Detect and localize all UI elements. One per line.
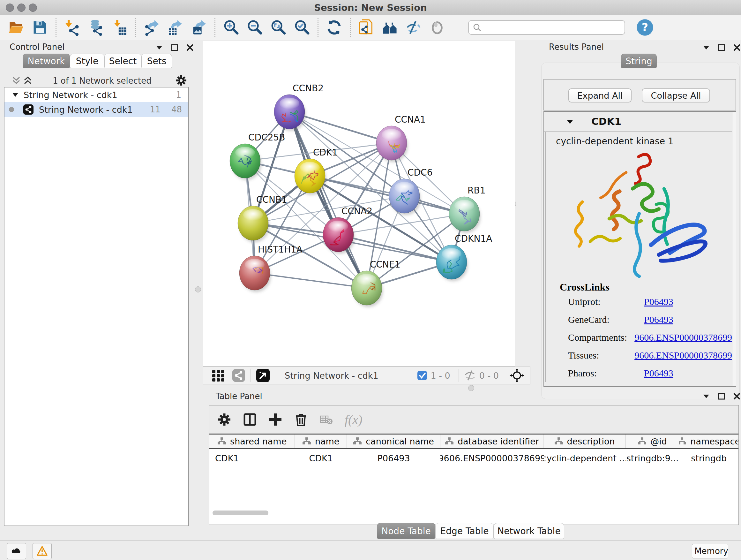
table-cell[interactable]: CDK1 [209,451,295,465]
network-row[interactable]: String Network - cdk1 11 48 [4,102,188,117]
zoom-in-button[interactable] [219,17,243,38]
network-view-share-icon[interactable] [232,369,246,382]
warnings-button[interactable] [32,543,52,559]
table-gear-icon[interactable] [217,412,232,427]
selected-checkbox-icon[interactable] [417,370,427,381]
network-node-CCNA2[interactable] [323,217,354,254]
show-all-views-button[interactable] [378,17,402,38]
crosslink-link[interactable]: 9606.ENSP00000378699 [634,350,732,361]
panel-menu-icon[interactable] [702,392,711,400]
tab-edge-table[interactable]: Edge Table [435,523,494,539]
zoom-out-button[interactable] [243,17,266,38]
toggle-graphics-details-button[interactable] [402,17,425,38]
column-header[interactable]: database identifier [441,435,543,448]
delete-table-icon[interactable] [319,412,334,427]
add-column-icon[interactable] [268,412,283,427]
network-node-CCNE1[interactable] [351,271,383,307]
open-view-icon[interactable] [256,368,270,382]
table-cell[interactable]: stringdb [679,451,738,465]
select-columns-icon[interactable] [243,412,257,427]
tab-style[interactable]: Style [70,54,105,68]
birdseye-crosshair-icon[interactable] [510,368,524,383]
tab-sets[interactable]: Sets [141,54,172,68]
function-builder-icon[interactable]: f(x) [345,412,362,427]
import-network-from-database-button[interactable] [84,17,108,38]
export-image-button[interactable] [187,17,211,38]
highlight-button[interactable] [425,17,449,38]
network-node-CDKN1A[interactable] [436,245,468,281]
left-splitter-handle[interactable] [195,287,201,293]
network-canvas[interactable]: CCNB2CCNA1CDC25BCDK1CDC6RB1CCNB1CCNA2CDK… [203,41,515,367]
table-cell[interactable]: stringdb:9... [626,451,679,465]
column-header[interactable]: name [295,435,347,448]
apply-layout-button[interactable] [322,17,346,38]
collapse-all-button[interactable]: Collapse All [642,88,710,103]
table-cell[interactable]: 9606.ENSP00000378699 [441,451,543,465]
crosslink-link[interactable]: P06493 [644,314,673,325]
close-panel-icon[interactable] [733,44,741,52]
network-node-RB1[interactable] [449,197,481,233]
network-collection-row[interactable]: String Network - cdk1 1 [4,87,188,102]
float-panel-icon[interactable] [718,44,726,52]
table-cell[interactable]: cyclin-dependent ... [544,451,626,465]
close-panel-icon[interactable] [186,44,194,52]
delete-column-icon[interactable] [293,412,308,427]
tab-network[interactable]: Network [23,54,70,68]
export-network-button[interactable] [140,17,163,38]
results-scrollbar[interactable] [732,112,736,386]
tree-expander-icon[interactable] [11,91,19,99]
zoom-fit-button[interactable] [266,17,290,38]
network-edge[interactable] [310,176,464,214]
network-options-gear-icon[interactable] [175,74,188,87]
tab-network-table[interactable]: Network Table [494,523,564,539]
close-panel-icon[interactable] [733,392,741,400]
table-cell[interactable]: CDK1 [295,451,347,465]
network-graph[interactable]: CCNB2CCNA1CDC25BCDK1CDC6RB1CCNB1CCNA2CDK… [203,41,515,366]
crosslink-link[interactable]: P06493 [644,368,673,379]
panel-menu-icon[interactable] [155,44,163,52]
network-node-CCNA1[interactable] [376,126,408,162]
column-header[interactable]: description [543,435,625,448]
network-node-CCNB1[interactable] [238,206,269,242]
network-node-HIST1H1A[interactable] [239,256,271,292]
search-input[interactable] [485,22,621,33]
table-cell[interactable]: P06493 [347,451,441,465]
network-node-CDC6[interactable] [389,179,421,215]
search-field[interactable] [468,20,625,35]
column-header[interactable]: namespace [679,435,738,448]
float-panel-icon[interactable] [171,44,179,52]
expand-all-networks-icon[interactable] [23,75,32,85]
open-session-button[interactable] [4,17,28,38]
network-node-CDK1[interactable] [294,159,326,195]
grid-view-icon[interactable] [212,369,225,382]
table-horizontal-scrollbar[interactable] [212,510,268,515]
network-node-CDC25B[interactable] [230,144,261,180]
export-to-web-button[interactable] [354,17,378,38]
memory-button[interactable]: Memory [692,544,728,558]
section-expander-icon[interactable] [566,118,574,126]
collapse-all-networks-icon[interactable] [11,75,21,85]
network-edge[interactable] [289,112,367,288]
network-node-CCNB2[interactable] [274,95,306,131]
protein-section-header[interactable]: CDK1 [544,112,736,132]
import-network-button[interactable] [60,17,84,38]
column-header[interactable]: @id [626,435,679,448]
hidden-eye-slash-icon[interactable] [464,370,476,381]
save-session-button[interactable] [28,17,52,38]
import-table-button[interactable] [108,17,131,38]
zoom-selected-button[interactable] [290,17,314,38]
column-header[interactable]: shared name [209,435,295,448]
tab-string[interactable]: String [621,54,657,68]
network-edge[interactable] [255,273,367,288]
table-row[interactable]: CDK1 CDK1 P06493 9606.ENSP00000378699 cy… [209,451,738,465]
tab-select[interactable]: Select [105,54,141,68]
panel-menu-icon[interactable] [702,44,711,52]
cloud-status-button[interactable] [7,543,26,559]
protein-structure-image[interactable] [570,149,708,281]
crosslink-link[interactable]: 9606.ENSP00000378699 [634,332,732,343]
float-panel-icon[interactable] [718,392,726,400]
bottom-splitter-handle[interactable] [468,385,474,391]
expand-all-button[interactable]: Expand All [568,88,631,103]
column-header[interactable]: canonical name [347,435,441,448]
export-table-button[interactable] [163,17,187,38]
